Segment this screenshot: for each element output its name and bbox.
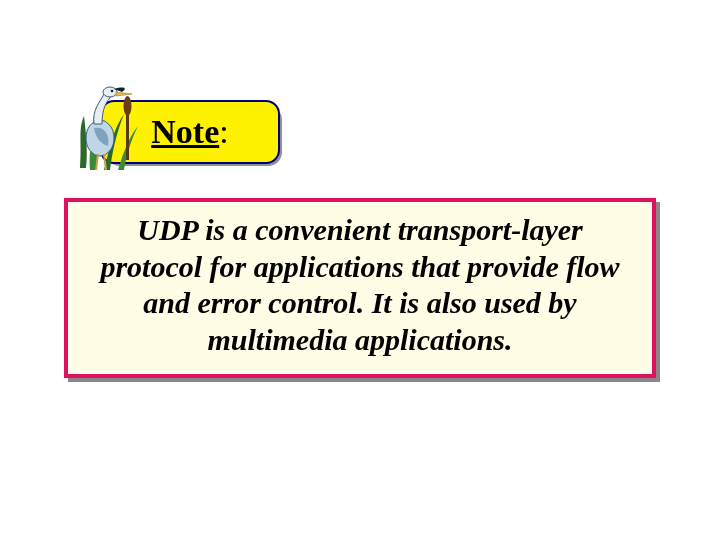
note-label-suffix: : — [219, 113, 228, 150]
note-label-underlined: Note — [151, 113, 219, 150]
body-box-container: UDP is a convenient transport-layer prot… — [64, 198, 656, 378]
svg-rect-0 — [126, 110, 129, 160]
svg-point-1 — [124, 96, 132, 116]
svg-point-3 — [103, 87, 117, 97]
slide: Note: — [0, 0, 720, 540]
note-label: Note: — [151, 115, 228, 149]
body-text: UDP is a convenient transport-layer prot… — [86, 212, 634, 358]
body-box: UDP is a convenient transport-layer prot… — [64, 198, 656, 378]
svg-point-4 — [111, 90, 114, 93]
heron-in-grass-icon — [74, 80, 146, 172]
svg-line-7 — [104, 154, 106, 170]
